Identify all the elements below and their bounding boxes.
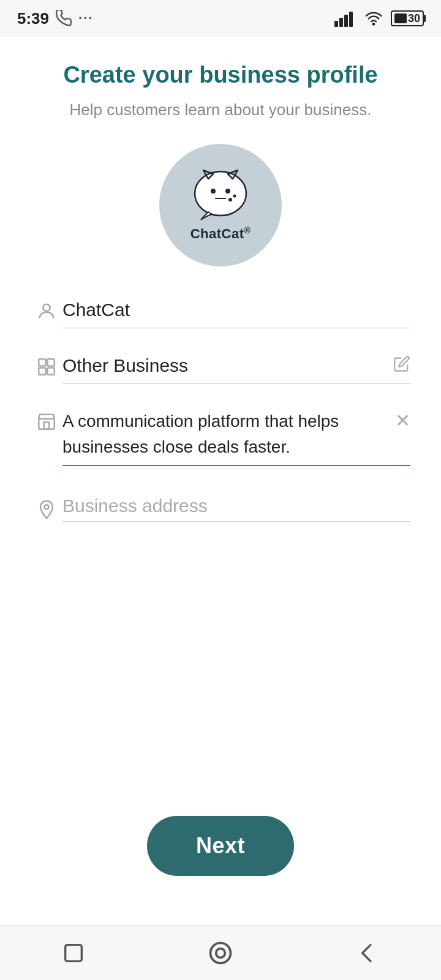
svg-rect-0: [334, 21, 338, 27]
svg-rect-14: [39, 359, 45, 366]
description-field[interactable]: A communication platform that helps busi…: [62, 409, 410, 466]
description-value: A communication platform that helps busi…: [62, 412, 339, 456]
svg-point-21: [211, 943, 231, 963]
svg-rect-16: [39, 368, 45, 374]
svg-rect-20: [66, 944, 82, 961]
nav-home-button[interactable]: [205, 937, 236, 969]
svg-rect-17: [47, 368, 54, 374]
svg-point-5: [195, 172, 246, 216]
business-name-field[interactable]: ChatCat: [62, 297, 410, 328]
ellipsis: ···: [78, 10, 93, 26]
svg-point-13: [43, 304, 50, 311]
person-icon: [31, 297, 62, 322]
business-category-value: Other Business: [62, 355, 188, 375]
svg-point-4: [373, 23, 374, 24]
logo-trademark: ®: [244, 225, 251, 235]
business-category-field[interactable]: Other Business: [62, 353, 410, 384]
button-area: Next: [0, 681, 441, 925]
business-logo[interactable]: ChatCat®: [159, 144, 282, 266]
svg-point-8: [211, 189, 216, 194]
nav-back-button[interactable]: [352, 937, 383, 969]
status-right-icons: 30: [334, 10, 424, 27]
svg-point-11: [228, 198, 232, 202]
form-section: ChatCat Other Business: [31, 297, 410, 546]
store-icon: [31, 409, 62, 432]
nav-bar: [0, 925, 441, 980]
logo-label: ChatCat®: [190, 225, 251, 242]
edit-icon[interactable]: [393, 355, 410, 372]
status-time: 5:39 ···: [17, 9, 93, 28]
business-category-row: Other Business: [31, 353, 410, 389]
next-button[interactable]: Next: [147, 816, 294, 876]
battery-icon: 30: [391, 10, 424, 26]
svg-rect-1: [339, 18, 343, 27]
main-content: Create your business profile Help custom…: [0, 37, 441, 681]
nav-square-button[interactable]: [58, 937, 89, 969]
page-title: Create your business profile: [63, 61, 377, 89]
svg-rect-18: [44, 422, 50, 429]
wifi-icon: [363, 10, 385, 27]
chatcat-logo-icon: [190, 168, 251, 223]
description-row: A communication platform that helps busi…: [31, 409, 410, 471]
page-subtitle: Help customers learn about your business…: [70, 100, 372, 119]
category-icon: [31, 353, 62, 377]
signal-icon: [334, 10, 356, 27]
svg-point-19: [44, 505, 48, 509]
location-icon: [31, 496, 62, 520]
svg-point-12: [233, 194, 236, 197]
address-row: Business address: [31, 496, 410, 527]
business-name-row: ChatCat: [31, 297, 410, 333]
svg-point-22: [216, 948, 225, 957]
status-bar: 5:39 ··· 30: [0, 0, 441, 37]
address-field[interactable]: Business address: [62, 496, 410, 522]
svg-rect-15: [47, 359, 54, 366]
address-placeholder: Business address: [62, 496, 208, 516]
svg-point-9: [225, 189, 230, 194]
business-name-value: ChatCat: [62, 300, 130, 320]
phone-icon: [55, 10, 72, 27]
clear-icon[interactable]: ✕: [395, 410, 410, 431]
svg-rect-2: [344, 15, 348, 27]
svg-rect-3: [349, 12, 353, 27]
